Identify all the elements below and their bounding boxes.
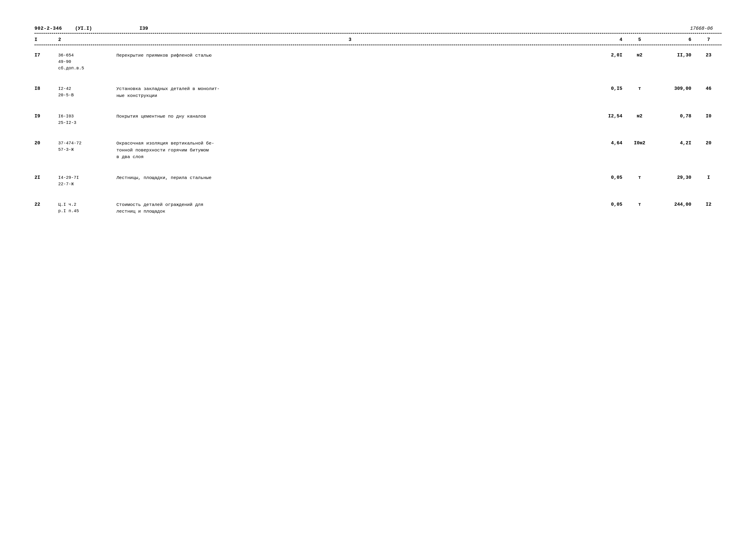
row-ref: 36-654 49-90 сб.доп.в.5 (56, 52, 112, 71)
row-qty: I2,54 (588, 113, 627, 119)
table-row: 20 37-474-72 57-3-Ж Окрасочная изоляция … (35, 133, 721, 167)
row-unit: т (627, 201, 653, 207)
row-price: 309,00 (653, 86, 696, 91)
section: (УI.I) (75, 26, 92, 31)
row-description: Лестницы, площадки, перила стальные (112, 174, 588, 181)
row-unit: т (627, 86, 653, 91)
row-price: 244,00 (653, 201, 696, 207)
col-header-5: 5 (627, 37, 653, 42)
row-description: Перекрытие приямков рифленой сталью (112, 52, 588, 59)
table-body: I7 36-654 49-90 сб.доп.в.5 Перекрытие пр… (35, 45, 721, 222)
row-num: 20 (35, 140, 56, 146)
row-cost: I2 (696, 201, 721, 207)
top-divider (35, 33, 721, 34)
row-price: II,30 (653, 52, 696, 58)
row-ref: I6-I03 25-I2-3 (56, 113, 112, 126)
col-header-6: 6 (653, 37, 696, 42)
row-qty: 0,05 (588, 174, 627, 180)
row-unit: т (627, 174, 653, 180)
row-ref: I4-29-7I 22-7-Ж (56, 174, 112, 188)
row-qty: 0,05 (588, 201, 627, 207)
row-qty: 2,0I (588, 52, 627, 58)
table-row: I9 I6-I03 25-I2-3 Покрытия цементные по … (35, 106, 721, 133)
row-num: 22 (35, 201, 56, 207)
row-unit: I0м2 (627, 140, 653, 146)
row-price: 4,2I (653, 140, 696, 146)
row-num: I8 (35, 86, 56, 91)
row-price: 29,30 (653, 174, 696, 180)
row-cost: I0 (696, 113, 721, 119)
row-unit: м2 (627, 52, 653, 58)
row-cost: 23 (696, 52, 721, 58)
row-ref: I2-42 20-5-В (56, 86, 112, 98)
row-description: Стоимость деталей ограждений для лестниц… (112, 201, 588, 215)
row-qty: 4,64 (588, 140, 627, 146)
doc-number: 902-2-346 (35, 26, 62, 31)
row-ref: 37-474-72 57-3-Ж (56, 140, 112, 153)
col-header-2: 2 (56, 37, 112, 42)
column-headers: I 2 3 4 5 6 7 (35, 35, 721, 45)
row-num: 2I (35, 174, 56, 180)
table-row: I8 I2-42 20-5-В Установка закладных дета… (35, 79, 721, 106)
row-price: 0,78 (653, 113, 696, 119)
row-cost: 20 (696, 140, 721, 146)
col-header-3: 3 (112, 37, 588, 42)
stamp-number: 17668-06 (690, 26, 713, 31)
col-header-1: I (35, 37, 56, 42)
row-cost: 46 (696, 86, 721, 91)
row-cost: I (696, 174, 721, 180)
row-description: Установка закладных деталей в монолит- н… (112, 86, 588, 99)
table-row: 2I I4-29-7I 22-7-Ж Лестницы, площадки, п… (35, 167, 721, 194)
page-number: I39 (140, 26, 148, 31)
row-num: I7 (35, 52, 56, 58)
row-description: Окрасочная изоляция вертикальной бе- тон… (112, 140, 588, 161)
col-header-4: 4 (588, 37, 627, 42)
table-row: I7 36-654 49-90 сб.доп.в.5 Перекрытие пр… (35, 45, 721, 79)
row-qty: 0,I5 (588, 86, 627, 91)
header-row: 902-2-346 (УI.I) I39 17668-06 (35, 26, 721, 31)
table-row: 22 Ц.I ч.2 р.I п.45 Стоимость деталей ог… (35, 194, 721, 222)
row-num: I9 (35, 113, 56, 119)
row-unit: м2 (627, 113, 653, 119)
row-description: Покрытия цементные по дну каналов (112, 113, 588, 120)
col-header-7: 7 (696, 37, 721, 42)
row-ref: Ц.I ч.2 р.I п.45 (56, 201, 112, 214)
